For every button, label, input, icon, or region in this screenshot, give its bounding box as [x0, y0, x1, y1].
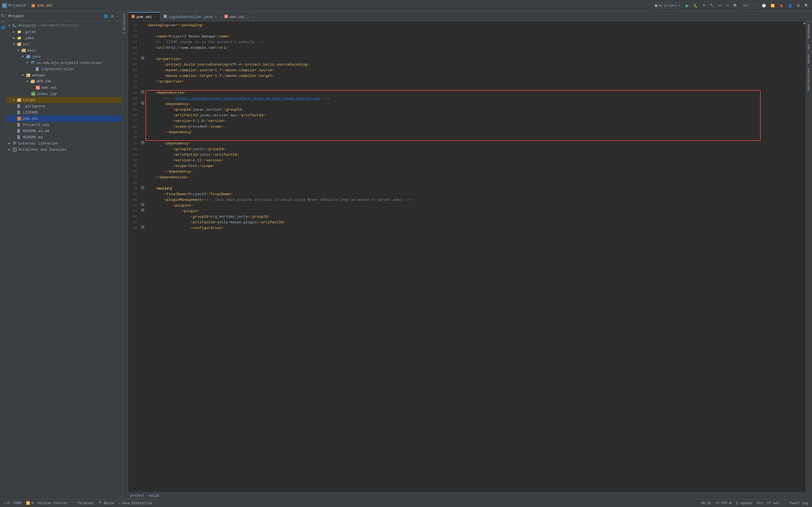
maven-repo-link[interactable]: https://mvnrepository.com/artifact/javax… — [175, 96, 320, 101]
undo-button[interactable]: ↩ — [718, 3, 723, 8]
tab-login-controller[interactable]: J LoginController.java × — [160, 12, 221, 21]
tree-readme[interactable]: README.md — [6, 134, 121, 140]
profile-button[interactable]: 👤 — [787, 3, 794, 8]
tree-webinf[interactable]: ▼ WEB-INF — [6, 78, 121, 84]
code-line-36[interactable]: 36 </dependency> — [128, 169, 777, 175]
right-tab-database[interactable]: Database — [806, 21, 812, 41]
code-line-28[interactable]: 28 <scope>provided</scope> — [128, 124, 777, 129]
run-config[interactable]: m my project ▾ — [652, 3, 682, 8]
code-line-13[interactable]: 13 <!-- FIXME change it to the project's… — [128, 40, 777, 45]
tree-web-xml[interactable]: xml web.xml — [6, 84, 121, 91]
status-build[interactable]: 🔨 Build — [97, 499, 116, 507]
code-line-27[interactable]: 27 <version>3.1.0</version> — [128, 118, 777, 124]
code-line-17[interactable]: 17 <project.build.sourceEncoding>UTF-8</… — [128, 62, 777, 68]
code-line-29[interactable]: 29 </dependency> — [128, 129, 777, 135]
breadcrumb-build[interactable]: build — [149, 494, 159, 498]
tab-pom-close[interactable]: × — [154, 15, 157, 19]
tree-license[interactable]: LICENSE — [6, 109, 121, 115]
tree-target[interactable]: ▶ target — [6, 97, 121, 103]
code-line-16[interactable]: 16 – <properties> — [128, 56, 777, 62]
tab-web-xml[interactable]: xml web.xml × — [221, 12, 253, 21]
right-tab-maven[interactable]: Maven — [806, 52, 812, 66]
tree-src[interactable]: ▼ src — [6, 41, 121, 47]
code-line-37[interactable]: 37 </dependencies> — [128, 175, 777, 180]
right-tab-ant[interactable]: Ant — [806, 41, 812, 52]
run-button[interactable]: ▶ — [684, 2, 690, 9]
code-line-19[interactable]: 19 <maven.compiler.target>1.7</maven.com… — [128, 73, 777, 79]
code-line-39[interactable]: 39 – <build> — [128, 186, 777, 191]
search-all-button[interactable]: 🔍 — [803, 3, 810, 8]
breadcrumb-project[interactable]: project — [130, 494, 144, 498]
tree-index-jsp[interactable]: jsp index.jsp — [6, 91, 121, 97]
panel-collapse-btn[interactable]: – — [116, 14, 119, 19]
status-encoding[interactable]: LF UTF-8 — [714, 499, 733, 507]
vcs-button[interactable]: 🔀 — [769, 3, 776, 8]
code-line-35[interactable]: 35 <scope>test</scope> — [128, 163, 777, 169]
code-line-40[interactable]: 40 <finalName>Project2</finalName> — [128, 191, 777, 197]
fold-icon-42[interactable]: – — [141, 203, 144, 206]
status-java-enterprise[interactable]: ☕ Java Enterprise — [117, 499, 154, 507]
code-line-34[interactable]: 34 <version>4.11</version> — [128, 158, 777, 163]
tree-external-libraries[interactable]: ▶ External Libraries — [6, 140, 121, 147]
tree-idea[interactable]: ▶ 📁 .idea — [6, 35, 121, 41]
fold-icon-24[interactable]: – — [141, 101, 144, 105]
panel-settings-btn[interactable]: ⚙ — [110, 14, 114, 19]
tree-project2-iml[interactable]: Project2.iml — [6, 122, 121, 128]
tab-java-close[interactable]: × — [214, 15, 217, 19]
tree-pom-xml[interactable]: m pom.xml — [6, 115, 121, 122]
settings-button[interactable]: ⚙ — [796, 3, 801, 8]
left-icon-web[interactable]: 🌐 — [0, 25, 6, 31]
code-line-18[interactable]: 18 <maven.compiler.source>1.7</maven.com… — [128, 68, 777, 73]
code-line-41[interactable]: 41 <pluginManagement><!-- lock down plug… — [128, 197, 777, 203]
tree-gitignore[interactable]: .gitignore — [6, 103, 121, 109]
build-button[interactable]: 🔨 — [709, 3, 715, 8]
tab-xml-close[interactable]: × — [246, 15, 250, 19]
left-icon-favorites[interactable]: ★ — [0, 18, 6, 24]
status-todo[interactable]: ✓ 6: TODO — [2, 499, 23, 507]
coverage-button[interactable]: ☂ — [701, 3, 707, 8]
tree-main[interactable]: ▼ main — [6, 47, 121, 54]
code-line-22[interactable]: 22 – <dependencies> — [128, 90, 777, 96]
status-position[interactable]: 39:10 — [699, 499, 712, 507]
code-line-26[interactable]: 26 <artifactId>javax.servlet-api</artifa… — [128, 113, 777, 118]
code-line-10[interactable]: 10 <packaging>war</packaging> — [128, 22, 777, 28]
tree-webapp[interactable]: ▼ webapp — [6, 72, 121, 78]
debug-button[interactable]: 🐛 — [693, 3, 699, 8]
tree-scratches[interactable]: ▶ Scratches and Consoles — [6, 147, 121, 153]
fold-icon-22[interactable]: – — [141, 90, 144, 94]
fold-icon-31[interactable]: – — [141, 141, 144, 144]
left-icon-project[interactable] — [0, 12, 6, 18]
code-line-24[interactable]: 24 – <dependency> — [128, 101, 777, 107]
status-terminal[interactable]: ⬛ Terminal — [70, 499, 96, 507]
tab-pom-xml[interactable]: m pom.xml × — [128, 12, 160, 21]
code-line-45[interactable]: 45 <artifactId>jetty-maven-plugin</artif… — [128, 220, 777, 225]
fold-icon-46[interactable]: – — [141, 225, 144, 229]
bookmark-button[interactable]: 🔖 — [778, 3, 784, 8]
code-line-42[interactable]: 42 – <plugins> — [128, 203, 777, 209]
find-button[interactable]: 🔍 — [732, 3, 739, 8]
code-line-32[interactable]: 32 <groupId>junit</groupId> — [128, 147, 777, 152]
code-line-12[interactable]: 12 <name>Project2 Maven Webapp</name> — [128, 34, 777, 40]
fold-icon-16[interactable]: – — [141, 56, 144, 60]
fold-icon-43[interactable]: – — [141, 209, 144, 212]
tree-java-folder[interactable]: ▼ java — [6, 54, 121, 60]
tree-gitee[interactable]: ▶ 📁 .gitee — [6, 29, 121, 35]
code-line-33[interactable]: 33 <artifactId>junit</artifactId> — [128, 152, 777, 158]
redo-button[interactable]: ↪ — [725, 3, 730, 8]
code-editor[interactable]: 10 <packaging>war</packaging> 11 12 <nam… — [128, 21, 806, 492]
status-git-info[interactable]: Git: 17 net... — [755, 499, 787, 507]
tree-root[interactable]: ▼ Project2 ~/Documents/Project2 — [6, 22, 121, 29]
right-tab-restservices[interactable]: RestServices — [806, 66, 812, 93]
code-line-23[interactable]: 23 <!-- https://mvnrepository.com/artifa… — [128, 96, 777, 101]
fold-icon-39[interactable]: – — [141, 186, 144, 189]
git-status[interactable]: Git: ✓ ✓ — [741, 3, 758, 8]
code-line-14[interactable]: 14 <url>http://www.example.com</url> — [128, 45, 777, 51]
code-line-31[interactable]: 31 – <dependency> — [128, 141, 777, 147]
status-version-control[interactable]: 🔀 9: Version Control — [24, 499, 70, 507]
status-spaces[interactable]: 2 spaces — [734, 499, 754, 507]
tree-login-controller[interactable]: J LoginController — [6, 66, 121, 72]
history-button[interactable]: 🕐 — [761, 3, 767, 8]
z-structure-tab[interactable]: Z Structure — [122, 11, 128, 36]
tree-readme-en[interactable]: README.en.md — [6, 128, 121, 134]
tree-package[interactable]: ▼ cn.edu.mju.project2.controller — [6, 60, 121, 66]
